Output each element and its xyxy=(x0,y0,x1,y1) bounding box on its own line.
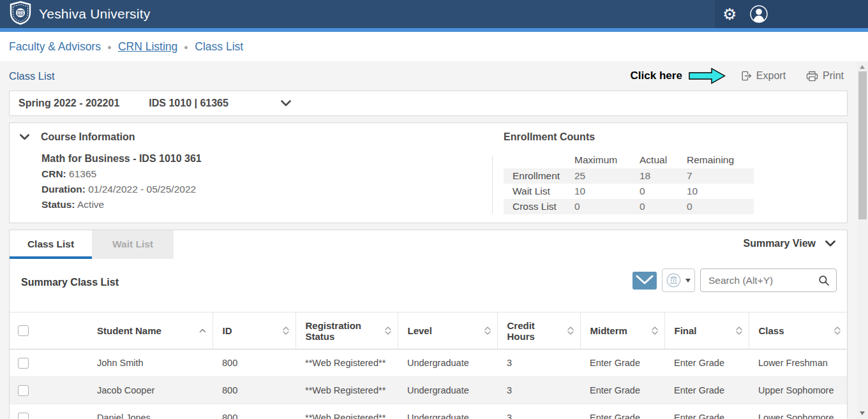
final-grade-link[interactable]: Enter Grade xyxy=(664,377,749,404)
class-standing-cell: Lower Sophomore xyxy=(749,404,847,419)
university-shield-logo xyxy=(9,1,32,27)
export-icon xyxy=(741,71,752,81)
registration-status-cell: **Web Registered** xyxy=(296,404,398,419)
col-class[interactable]: Class xyxy=(749,312,847,349)
tab-class-list[interactable]: Class List xyxy=(10,230,92,259)
term-label: Spring 2022 - 202201 xyxy=(19,98,119,109)
sort-icon[interactable] xyxy=(567,327,574,335)
course-information-panel: Course Information Math for Business - I… xyxy=(9,122,848,223)
col-credit-hours[interactable]: Credit Hours xyxy=(497,312,580,349)
enrollment-counts-panel: Enrollment Counts Maximum Actual Remaini… xyxy=(504,131,754,214)
breadcrumb: Faculty & Advisors CRN Listing Class Lis… xyxy=(0,32,868,61)
chevron-down-icon[interactable] xyxy=(281,100,291,107)
email-button[interactable] xyxy=(632,272,657,290)
sort-icon[interactable] xyxy=(736,327,742,335)
course-information-title: Course Information xyxy=(41,131,135,143)
col-student-name[interactable]: Student Name xyxy=(87,312,213,349)
scrollbar-down-arrow[interactable] xyxy=(860,411,865,415)
app-header: Yeshiva University ⚙ xyxy=(0,0,868,28)
table-row: John Smith 800 **Web Registered** Underg… xyxy=(10,349,847,377)
breadcrumb-crn-listing[interactable]: CRN Listing xyxy=(118,40,177,54)
print-label: Print xyxy=(823,70,844,82)
select-all-cell xyxy=(10,312,39,349)
enrollment-col-actual: Actual xyxy=(640,152,687,168)
registration-status-cell: **Web Registered** xyxy=(296,377,398,404)
collapse-chevron-icon[interactable] xyxy=(20,134,29,140)
student-photo-cell xyxy=(39,404,87,419)
col-final[interactable]: Final xyxy=(664,312,749,349)
crosslist-row: Cross List 0 0 0 xyxy=(504,199,754,214)
vertical-scrollbar[interactable] xyxy=(857,61,868,419)
row-checkbox[interactable] xyxy=(18,358,29,369)
class-list-panel: Class List Wait List Summary View Summar… xyxy=(9,230,848,419)
col-midterm[interactable]: Midterm xyxy=(580,312,664,349)
student-name-cell: Jacob Cooper xyxy=(87,377,213,404)
sort-ascending-icon[interactable] xyxy=(199,328,206,333)
col-registration-status[interactable]: Registration Status xyxy=(296,312,398,349)
sort-icon[interactable] xyxy=(283,327,289,335)
photo-column-header xyxy=(39,312,87,349)
level-cell: Undergraduate xyxy=(398,349,497,377)
breadcrumb-faculty-advisors[interactable]: Faculty & Advisors xyxy=(9,40,101,54)
enrollment-counts-title: Enrollment Counts xyxy=(504,131,754,143)
scrollbar-thumb[interactable] xyxy=(858,71,867,219)
user-profile-icon[interactable] xyxy=(749,4,768,24)
student-id-cell: 800 xyxy=(213,404,296,419)
brand: Yeshiva University xyxy=(9,1,150,27)
grade-tools-dropdown-button[interactable] xyxy=(662,268,695,292)
search-box xyxy=(700,268,837,292)
student-photo-cell xyxy=(39,377,87,404)
breadcrumb-class-list[interactable]: Class List xyxy=(195,40,243,54)
student-photo-cell xyxy=(39,349,87,377)
col-level[interactable]: Level xyxy=(398,312,497,349)
envelope-icon xyxy=(636,275,654,286)
brand-title: Yeshiva University xyxy=(39,6,150,22)
annotation-arrow xyxy=(689,68,726,84)
header-actions: ⚙ xyxy=(715,0,868,28)
dropdown-caret-icon xyxy=(685,279,691,283)
student-name-cell: Daniel Jones xyxy=(87,404,213,419)
export-button[interactable]: Export xyxy=(741,70,786,82)
scrollbar-up-arrow[interactable] xyxy=(860,65,865,69)
credit-hours-cell: 3 xyxy=(497,377,580,404)
term-course-selector[interactable]: Spring 2022 - 202201 IDS 1010 | 61365 xyxy=(9,91,848,116)
final-grade-link[interactable]: Enter Grade xyxy=(664,404,749,419)
printer-icon xyxy=(806,71,818,82)
sort-icon[interactable] xyxy=(385,327,391,335)
status-value: Active xyxy=(77,199,104,210)
credit-hours-cell: 3 xyxy=(497,349,580,377)
col-id[interactable]: ID xyxy=(213,312,296,349)
row-checkbox[interactable] xyxy=(18,385,29,396)
midterm-grade-link[interactable]: Enter Grade xyxy=(580,377,664,404)
registration-status-cell: **Web Registered** xyxy=(296,349,398,377)
enrollment-counts-table: Maximum Actual Remaining Enrollment 25 1… xyxy=(504,152,754,214)
enrollment-col-maximum: Maximum xyxy=(574,152,640,168)
summary-view-dropdown[interactable]: Summary View xyxy=(743,238,835,249)
midterm-grade-link[interactable]: Enter Grade xyxy=(580,349,664,377)
student-id-cell: 800 xyxy=(213,349,296,377)
course-label: IDS 1010 | 61365 xyxy=(149,98,228,109)
midterm-grade-link[interactable]: Enter Grade xyxy=(580,404,664,419)
vertical-divider xyxy=(492,156,493,214)
search-icon[interactable] xyxy=(818,275,830,286)
tab-wait-list[interactable]: Wait List xyxy=(92,230,174,259)
search-input[interactable] xyxy=(708,275,818,286)
select-all-checkbox[interactable] xyxy=(18,325,29,336)
row-checkbox[interactable] xyxy=(18,413,29,419)
page-toolbar: Class List Click here Export xyxy=(0,61,868,91)
final-grade-link[interactable]: Enter Grade xyxy=(664,349,749,377)
print-button[interactable]: Print xyxy=(806,70,844,82)
level-cell: Undergraduate xyxy=(398,404,497,419)
sort-icon[interactable] xyxy=(834,327,841,335)
settings-gear-icon[interactable]: ⚙ xyxy=(722,6,737,22)
page-title: Class List xyxy=(9,70,55,82)
sort-icon[interactable] xyxy=(484,327,491,335)
student-table-header-row: Student Name ID xyxy=(10,312,847,349)
class-standing-cell: Lower Freshman xyxy=(749,349,847,377)
student-id-cell: 800 xyxy=(213,377,296,404)
enrollment-row: Enrollment 25 18 7 xyxy=(504,168,754,184)
toolbar-actions: Click here Export xyxy=(631,68,844,84)
duration-value: 01/24/2022 - 05/25/2022 xyxy=(88,184,196,195)
sort-icon[interactable] xyxy=(652,327,658,335)
breadcrumb-separator-dot xyxy=(108,46,111,49)
